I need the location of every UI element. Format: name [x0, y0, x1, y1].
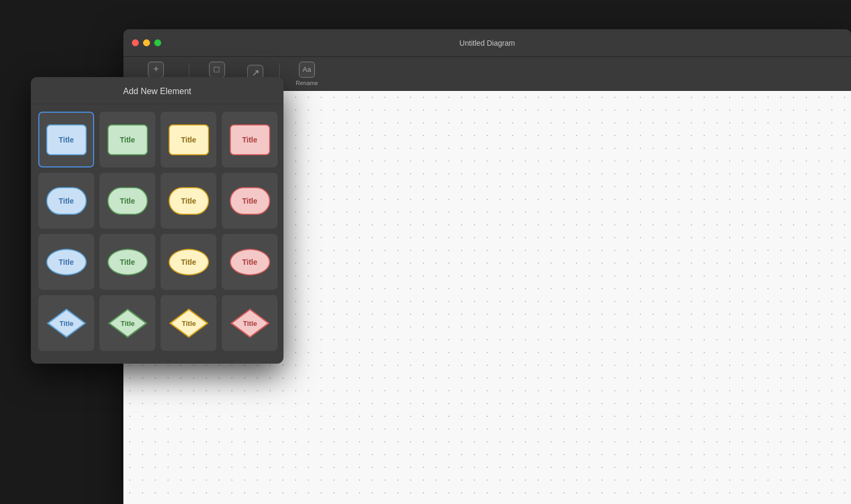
element-cell-ellipse-blue[interactable]: Title: [38, 234, 94, 290]
shape-rounded-green: Title: [107, 187, 148, 215]
popup-title: Add New Element: [31, 77, 283, 104]
element-cell-diamond-yellow[interactable]: Title: [161, 295, 216, 351]
traffic-lights: [132, 39, 161, 46]
rename-button[interactable]: Aa Rename: [290, 58, 323, 89]
shape-rounded-red: Title: [230, 187, 270, 215]
element-cell-ellipse-red[interactable]: Title: [222, 234, 278, 290]
title-bar: Untitled Diagram: [123, 29, 851, 57]
shape-ellipse-blue: Title: [46, 249, 87, 275]
shape-rounded-blue: Title: [46, 187, 87, 215]
shape-diamond-red: Title: [230, 308, 270, 339]
add-element-popup: Add New Element Title Title Title Title …: [31, 77, 283, 364]
svg-text:Title: Title: [120, 320, 135, 327]
element-cell-ellipse-yellow[interactable]: Title: [161, 234, 216, 290]
element-cell-ellipse-green[interactable]: Title: [99, 234, 155, 290]
shape-diamond-blue: Title: [46, 308, 87, 339]
shape-rounded-yellow: Title: [169, 187, 209, 215]
svg-text:Title: Title: [243, 320, 257, 327]
rename-label: Rename: [296, 80, 318, 86]
minimize-button[interactable]: [143, 39, 150, 46]
element-cell-rounded-blue[interactable]: Title: [38, 173, 94, 229]
element-cell-rounded-red[interactable]: Title: [222, 173, 278, 229]
maximize-button[interactable]: [154, 39, 161, 46]
shape-ellipse-green: Title: [107, 249, 148, 275]
shape-ellipse-red: Title: [230, 249, 270, 275]
shape-rect-blue: Title: [46, 124, 87, 155]
window-title: Untitled Diagram: [460, 39, 515, 47]
shape-rect-yellow: Title: [169, 124, 209, 155]
popup-bottom-padding: [31, 358, 283, 364]
element-cell-rounded-yellow[interactable]: Title: [161, 173, 216, 229]
shape-diamond-yellow: Title: [169, 308, 209, 339]
add-icon: +: [148, 62, 164, 78]
element-cell-rect-blue[interactable]: Title: [38, 112, 94, 167]
popup-grid: Title Title Title Title Title Title Titl…: [31, 104, 283, 358]
rename-icon: Aa: [299, 62, 315, 78]
svg-text:Title: Title: [59, 320, 73, 327]
element-cell-rect-green[interactable]: Title: [99, 112, 155, 167]
shape-ellipse-yellow: Title: [169, 249, 209, 275]
element-cell-rect-yellow[interactable]: Title: [161, 112, 216, 167]
shape-diamond-green: Title: [107, 308, 148, 339]
shape-rect-green: Title: [107, 124, 148, 155]
element-cell-rect-red[interactable]: Title: [222, 112, 278, 167]
element-cell-diamond-red[interactable]: Title: [222, 295, 278, 351]
svg-text:Title: Title: [181, 320, 196, 327]
element-cell-diamond-green[interactable]: Title: [99, 295, 155, 351]
rect-icon: ☐: [209, 62, 225, 78]
shape-rect-red: Title: [230, 124, 270, 155]
element-cell-rounded-green[interactable]: Title: [99, 173, 155, 229]
element-cell-diamond-blue[interactable]: Title: [38, 295, 94, 351]
close-button[interactable]: [132, 39, 139, 46]
